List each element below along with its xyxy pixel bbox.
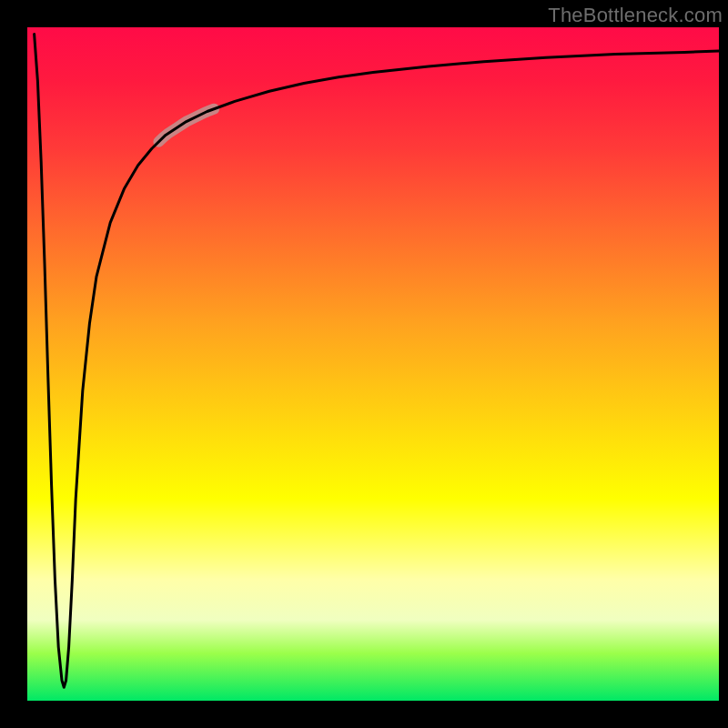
curve-svg <box>27 27 719 701</box>
curve-path <box>35 34 719 687</box>
watermark-text: TheBottleneck.com <box>548 4 723 27</box>
plot-area <box>27 27 719 701</box>
highlight-segment <box>158 109 214 142</box>
chart-container: TheBottleneck.com <box>0 0 728 728</box>
